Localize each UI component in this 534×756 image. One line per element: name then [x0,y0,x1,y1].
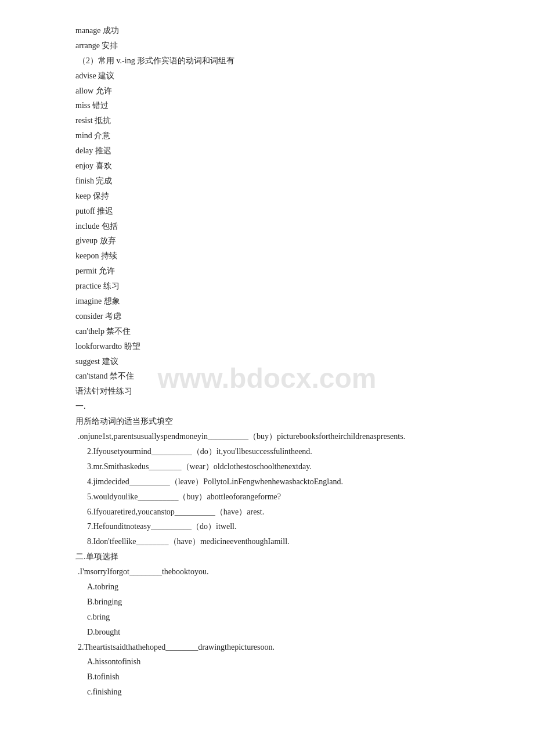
content-line: giveup 放弃 [75,233,499,249]
content-line: 二.单项选择 [75,549,499,564]
content-line: A.hissontofinish [87,654,499,669]
content-line: putoff 推迟 [75,204,499,219]
content-line: 3.mr.Smithaskedus________（wear）oldclothe… [87,459,499,474]
content-line: c.bring [87,610,499,625]
content-line: resist 抵抗 [75,113,499,128]
content-line: .onjune1st,parentsusuallyspendmoneyin___… [78,429,499,444]
content-line: 语法针对性练习 [75,384,499,399]
content-line: imagine 想象 [75,294,499,309]
content-line: arrange 安排 [75,38,499,53]
content-line: delay 推迟 [75,143,499,159]
content-line: 4.jimdecided__________（leave）PollytoLinF… [87,474,499,489]
content-line: can'thelp 禁不住 [75,324,499,339]
content-line: D.brought [87,625,499,640]
content-line: permit 允许 [75,264,499,279]
content-line: c.finishing [87,685,499,700]
content-line: 7.Hefounditnoteasy__________（do）itwell. [87,519,499,534]
page-content: manage 成功arrange 安排（2）常用 v.-ing 形式作宾语的动词… [0,0,534,723]
content-line: lookforwardto 盼望 [75,339,499,354]
content-line: advise 建议 [75,69,499,84]
content-line: B.bringing [87,595,499,610]
content-line: keepon 持续 [75,249,499,264]
content-line: 用所给动词的适当形式填空 [75,414,499,429]
content-line: manage 成功 [75,23,499,38]
content-line: suggest 建议 [75,354,499,369]
content-line: can'tstand 禁不住 [75,369,499,384]
content-line: miss 错过 [75,98,499,113]
content-line: A.tobring [87,579,499,595]
content-line: 6.Ifyouaretired,youcanstop__________（hav… [87,505,499,520]
content-line: B.tofinish [87,669,499,685]
content-line: finish 完成 [75,174,499,189]
content-line: mind 介意 [75,128,499,143]
content-line: （2）常用 v.-ing 形式作宾语的动词和词组有 [78,53,499,69]
content-line: allow 允许 [75,84,499,99]
content-line: consider 考虑 [75,309,499,324]
content-line: 2.Ifyousetyourmind__________（do）it,you'l… [87,444,499,459]
content-line: keep 保持 [75,189,499,204]
content-line: 8.Idon'tfeellike________（have）medicineev… [87,534,499,549]
content-line: 5.wouldyoulike__________（buy）abottleofor… [87,489,499,505]
content-line: practice 练习 [75,279,499,294]
content-line: enjoy 喜欢 [75,159,499,174]
content-line: include 包括 [75,219,499,234]
content-line: .I'msorryIforgot________thebooktoyou. [78,564,499,579]
content-line: 一. [75,399,499,414]
content-line: 2.Theartistsaidthathehoped________drawin… [78,640,499,655]
